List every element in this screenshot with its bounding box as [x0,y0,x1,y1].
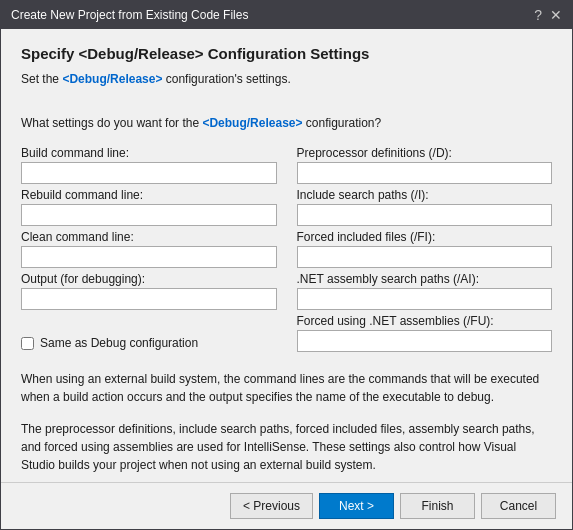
clean-command-group: Clean command line: [21,230,277,268]
build-command-label: Build command line: [21,146,277,160]
next-button[interactable]: Next > [319,493,394,519]
include-search-paths-group: Include search paths (/I): [297,188,553,226]
output-debugging-group: Output (for debugging): [21,272,277,310]
include-search-paths-input[interactable] [297,204,553,226]
preprocessor-defs-label: Preprocessor definitions (/D): [297,146,553,160]
title-bar-text: Create New Project from Existing Code Fi… [11,8,248,22]
subtitle-highlight: <Debug/Release> [62,72,162,86]
forced-using-input[interactable] [297,330,553,352]
form-grid: Build command line: Preprocessor definit… [21,146,552,352]
question-prefix: What settings do you want for the [21,116,202,130]
previous-button[interactable]: < Previous [230,493,313,519]
build-command-input[interactable] [21,162,277,184]
rebuild-command-input[interactable] [21,204,277,226]
build-command-group: Build command line: [21,146,277,184]
include-search-paths-label: Include search paths (/I): [297,188,553,202]
rebuild-command-group: Rebuild command line: [21,188,277,226]
checkbox-group: Same as Debug configuration [21,314,277,352]
rebuild-command-label: Rebuild command line: [21,188,277,202]
section-question: What settings do you want for the <Debug… [21,116,552,130]
same-as-debug-checkbox[interactable] [21,337,34,350]
dotnet-assembly-input[interactable] [297,288,553,310]
preprocessor-defs-input[interactable] [297,162,553,184]
forced-using-label: Forced using .NET assemblies (/FU): [297,314,553,328]
dotnet-assembly-group: .NET assembly search paths (/AI): [297,272,553,310]
main-content: Specify <Debug/Release> Configuration Se… [1,29,572,482]
footer: < Previous Next > Finish Cancel [1,482,572,529]
cancel-button[interactable]: Cancel [481,493,556,519]
subtitle-prefix: Set the [21,72,62,86]
title-bar: Create New Project from Existing Code Fi… [1,1,572,29]
page-subtitle: Set the <Debug/Release> configuration's … [21,72,552,86]
title-bar-controls: ? ✕ [534,7,562,23]
preprocessor-defs-group: Preprocessor definitions (/D): [297,146,553,184]
close-button[interactable]: ✕ [550,7,562,23]
finish-button[interactable]: Finish [400,493,475,519]
question-suffix: configuration? [303,116,382,130]
info-text-1: When using an external build system, the… [21,370,552,406]
same-as-debug-row: Same as Debug configuration [21,336,277,350]
help-button[interactable]: ? [534,7,542,23]
forced-included-files-group: Forced included files (/FI): [297,230,553,268]
output-debugging-label: Output (for debugging): [21,272,277,286]
question-highlight: <Debug/Release> [202,116,302,130]
dotnet-assembly-label: .NET assembly search paths (/AI): [297,272,553,286]
clean-command-input[interactable] [21,246,277,268]
page-title: Specify <Debug/Release> Configuration Se… [21,45,552,62]
dialog: Create New Project from Existing Code Fi… [0,0,573,530]
clean-command-label: Clean command line: [21,230,277,244]
forced-using-group: Forced using .NET assemblies (/FU): [297,314,553,352]
forced-included-files-input[interactable] [297,246,553,268]
info-text-2: The preprocessor definitions, include se… [21,420,552,474]
subtitle-suffix: configuration's settings. [162,72,290,86]
output-debugging-input[interactable] [21,288,277,310]
forced-included-files-label: Forced included files (/FI): [297,230,553,244]
same-as-debug-label: Same as Debug configuration [40,336,198,350]
